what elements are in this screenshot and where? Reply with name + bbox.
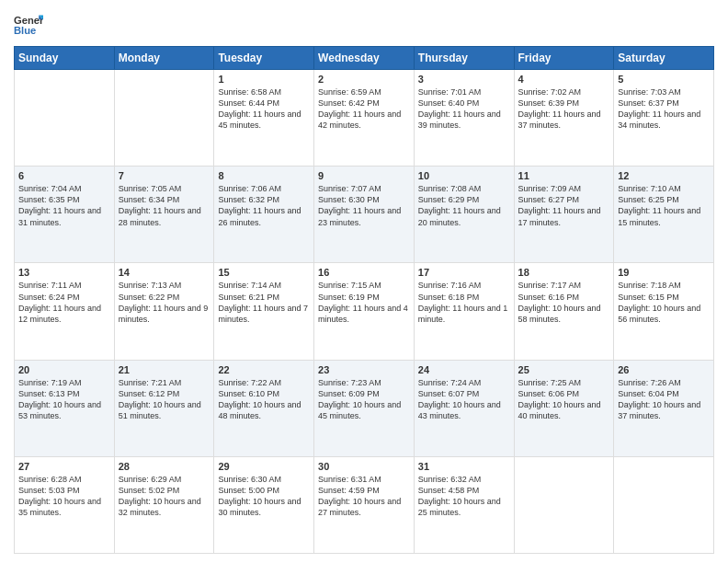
calendar-cell: 3Sunrise: 7:01 AM Sunset: 6:40 PM Daylig… [414, 70, 514, 167]
day-number: 5 [618, 74, 710, 85]
day-number: 27 [18, 461, 110, 472]
day-number: 30 [318, 461, 410, 472]
day-number: 14 [119, 267, 210, 278]
calendar-cell: 1Sunrise: 6:58 AM Sunset: 6:44 PM Daylig… [214, 70, 314, 167]
day-number: 2 [318, 74, 410, 85]
calendar-week-3: 13Sunrise: 7:11 AM Sunset: 6:24 PM Dayli… [15, 263, 714, 360]
day-number: 10 [418, 170, 510, 181]
day-info: Sunrise: 7:15 AM Sunset: 6:19 PM Dayligh… [318, 280, 410, 325]
calendar-cell: 26Sunrise: 7:26 AM Sunset: 6:04 PM Dayli… [614, 360, 714, 456]
calendar-cell: 2Sunrise: 6:59 AM Sunset: 6:42 PM Daylig… [314, 70, 415, 167]
calendar-header-friday: Friday [514, 47, 614, 70]
calendar-cell: 27Sunrise: 6:28 AM Sunset: 5:03 PM Dayli… [15, 456, 115, 553]
day-info: Sunrise: 7:13 AM Sunset: 6:22 PM Dayligh… [119, 280, 210, 325]
calendar-cell: 29Sunrise: 6:30 AM Sunset: 5:00 PM Dayli… [214, 456, 314, 553]
day-info: Sunrise: 7:02 AM Sunset: 6:39 PM Dayligh… [518, 86, 610, 132]
calendar-cell: 30Sunrise: 6:31 AM Sunset: 4:59 PM Dayli… [314, 456, 415, 553]
calendar-cell: 23Sunrise: 7:23 AM Sunset: 6:09 PM Dayli… [314, 360, 415, 456]
day-number: 24 [418, 364, 510, 375]
day-number: 26 [618, 364, 710, 375]
calendar-cell: 10Sunrise: 7:08 AM Sunset: 6:29 PM Dayli… [414, 167, 514, 263]
day-info: Sunrise: 7:08 AM Sunset: 6:29 PM Dayligh… [418, 183, 510, 228]
calendar-cell: 16Sunrise: 7:15 AM Sunset: 6:19 PM Dayli… [314, 263, 415, 360]
day-number: 21 [119, 364, 210, 375]
day-info: Sunrise: 7:24 AM Sunset: 6:07 PM Dayligh… [418, 377, 510, 422]
day-info: Sunrise: 7:21 AM Sunset: 6:12 PM Dayligh… [119, 377, 210, 422]
day-info: Sunrise: 7:03 AM Sunset: 6:37 PM Dayligh… [618, 86, 710, 132]
day-info: Sunrise: 7:25 AM Sunset: 6:06 PM Dayligh… [518, 377, 610, 422]
day-number: 28 [119, 461, 210, 472]
calendar-cell: 12Sunrise: 7:10 AM Sunset: 6:25 PM Dayli… [614, 167, 714, 263]
day-number: 17 [418, 267, 510, 278]
day-info: Sunrise: 7:22 AM Sunset: 6:10 PM Dayligh… [218, 377, 310, 422]
calendar-cell: 8Sunrise: 7:06 AM Sunset: 6:32 PM Daylig… [214, 167, 314, 263]
day-number: 6 [18, 170, 110, 181]
calendar-cell: 17Sunrise: 7:16 AM Sunset: 6:18 PM Dayli… [414, 263, 514, 360]
calendar-cell: 13Sunrise: 7:11 AM Sunset: 6:24 PM Dayli… [15, 263, 115, 360]
day-info: Sunrise: 7:11 AM Sunset: 6:24 PM Dayligh… [18, 280, 110, 325]
calendar-header-saturday: Saturday [614, 47, 714, 70]
day-info: Sunrise: 7:07 AM Sunset: 6:30 PM Dayligh… [318, 183, 410, 228]
calendar-cell: 7Sunrise: 7:05 AM Sunset: 6:34 PM Daylig… [114, 167, 214, 263]
calendar-cell: 20Sunrise: 7:19 AM Sunset: 6:13 PM Dayli… [15, 360, 115, 456]
logo: General Blue [14, 9, 47, 39]
day-number: 4 [518, 74, 610, 85]
calendar-cell [514, 456, 614, 553]
calendar-header-tuesday: Tuesday [214, 47, 314, 70]
day-number: 18 [518, 267, 610, 278]
day-info: Sunrise: 7:26 AM Sunset: 6:04 PM Dayligh… [618, 377, 710, 422]
logo-icon: General Blue [14, 9, 43, 39]
calendar-cell: 5Sunrise: 7:03 AM Sunset: 6:37 PM Daylig… [614, 70, 714, 167]
day-number: 16 [318, 267, 410, 278]
calendar-cell: 28Sunrise: 6:29 AM Sunset: 5:02 PM Dayli… [114, 456, 214, 553]
day-info: Sunrise: 7:10 AM Sunset: 6:25 PM Dayligh… [618, 183, 710, 228]
day-info: Sunrise: 6:30 AM Sunset: 5:00 PM Dayligh… [218, 474, 310, 519]
day-number: 23 [318, 364, 410, 375]
calendar-cell: 24Sunrise: 7:24 AM Sunset: 6:07 PM Dayli… [414, 360, 514, 456]
day-number: 11 [518, 170, 610, 181]
calendar-week-5: 27Sunrise: 6:28 AM Sunset: 5:03 PM Dayli… [15, 456, 714, 553]
day-info: Sunrise: 7:19 AM Sunset: 6:13 PM Dayligh… [18, 377, 110, 422]
day-info: Sunrise: 6:29 AM Sunset: 5:02 PM Dayligh… [119, 474, 210, 519]
page: General Blue SundayMondayTuesdayWednesda… [0, 0, 728, 563]
calendar-header-row: SundayMondayTuesdayWednesdayThursdayFrid… [15, 47, 714, 70]
calendar-cell: 14Sunrise: 7:13 AM Sunset: 6:22 PM Dayli… [114, 263, 214, 360]
calendar-header-wednesday: Wednesday [314, 47, 415, 70]
day-number: 15 [218, 267, 310, 278]
calendar-cell: 18Sunrise: 7:17 AM Sunset: 6:16 PM Dayli… [514, 263, 614, 360]
day-number: 9 [318, 170, 410, 181]
day-info: Sunrise: 7:05 AM Sunset: 6:34 PM Dayligh… [119, 183, 210, 228]
day-info: Sunrise: 7:06 AM Sunset: 6:32 PM Dayligh… [218, 183, 310, 228]
calendar-cell [614, 456, 714, 553]
calendar-header-monday: Monday [114, 47, 214, 70]
day-number: 29 [218, 461, 310, 472]
svg-text:Blue: Blue [14, 25, 36, 36]
day-number: 12 [618, 170, 710, 181]
day-info: Sunrise: 6:58 AM Sunset: 6:44 PM Dayligh… [218, 86, 310, 132]
calendar-week-4: 20Sunrise: 7:19 AM Sunset: 6:13 PM Dayli… [15, 360, 714, 456]
calendar-cell: 11Sunrise: 7:09 AM Sunset: 6:27 PM Dayli… [514, 167, 614, 263]
day-info: Sunrise: 7:18 AM Sunset: 6:15 PM Dayligh… [618, 280, 710, 325]
day-number: 25 [518, 364, 610, 375]
day-info: Sunrise: 6:32 AM Sunset: 4:58 PM Dayligh… [418, 474, 510, 519]
day-info: Sunrise: 6:31 AM Sunset: 4:59 PM Dayligh… [318, 474, 410, 519]
day-number: 7 [119, 170, 210, 181]
calendar-cell: 15Sunrise: 7:14 AM Sunset: 6:21 PM Dayli… [214, 263, 314, 360]
day-info: Sunrise: 6:59 AM Sunset: 6:42 PM Dayligh… [318, 86, 410, 132]
calendar-cell: 31Sunrise: 6:32 AM Sunset: 4:58 PM Dayli… [414, 456, 514, 553]
calendar-cell: 6Sunrise: 7:04 AM Sunset: 6:35 PM Daylig… [15, 167, 115, 263]
day-info: Sunrise: 7:14 AM Sunset: 6:21 PM Dayligh… [218, 280, 310, 325]
day-info: Sunrise: 7:17 AM Sunset: 6:16 PM Dayligh… [518, 280, 610, 325]
day-number: 19 [618, 267, 710, 278]
day-number: 1 [218, 74, 310, 85]
calendar-cell [114, 70, 214, 167]
header: General Blue [14, 9, 714, 39]
day-info: Sunrise: 6:28 AM Sunset: 5:03 PM Dayligh… [18, 474, 110, 519]
calendar-week-1: 1Sunrise: 6:58 AM Sunset: 6:44 PM Daylig… [15, 70, 714, 167]
day-number: 8 [218, 170, 310, 181]
calendar-table: SundayMondayTuesdayWednesdayThursdayFrid… [14, 46, 714, 554]
day-number: 31 [418, 461, 510, 472]
calendar-week-2: 6Sunrise: 7:04 AM Sunset: 6:35 PM Daylig… [15, 167, 714, 263]
calendar-cell: 25Sunrise: 7:25 AM Sunset: 6:06 PM Dayli… [514, 360, 614, 456]
day-info: Sunrise: 7:01 AM Sunset: 6:40 PM Dayligh… [418, 86, 510, 132]
